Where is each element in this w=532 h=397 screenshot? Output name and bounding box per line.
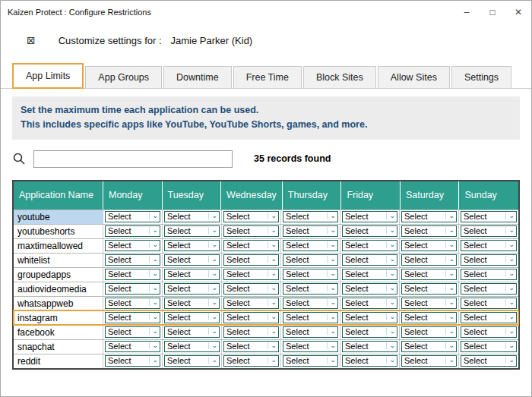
- tab-app-limits[interactable]: App Limits: [12, 63, 84, 89]
- time-select[interactable]: Select⌄: [164, 283, 220, 295]
- time-select[interactable]: Select⌄: [105, 283, 160, 295]
- time-select[interactable]: Select⌄: [105, 312, 160, 323]
- time-select[interactable]: Select⌄: [283, 326, 338, 338]
- time-select[interactable]: Select⌄: [223, 283, 279, 295]
- time-select[interactable]: Select⌄: [105, 355, 160, 367]
- app-name-cell[interactable]: youtube: [14, 210, 103, 224]
- time-select[interactable]: Select⌄: [105, 298, 160, 309]
- time-select[interactable]: Select⌄: [223, 341, 279, 352]
- app-name-cell[interactable]: instagram: [14, 311, 103, 325]
- time-select[interactable]: Select⌄: [461, 283, 517, 295]
- app-name-cell[interactable]: whatsappweb: [14, 297, 103, 310]
- tab-free-time[interactable]: Free Time: [233, 66, 302, 88]
- time-select[interactable]: Select⌄: [223, 225, 279, 237]
- time-select[interactable]: Select⌄: [461, 211, 517, 222]
- time-select[interactable]: Select⌄: [342, 254, 397, 266]
- time-select[interactable]: Select⌄: [283, 341, 338, 352]
- time-select[interactable]: Select⌄: [342, 225, 397, 237]
- time-select[interactable]: Select⌄: [283, 211, 338, 222]
- time-select[interactable]: Select⌄: [401, 225, 457, 237]
- app-name-cell[interactable]: facebook: [14, 326, 103, 339]
- time-select[interactable]: Select⌄: [461, 298, 517, 309]
- time-select[interactable]: Select⌄: [283, 298, 338, 309]
- time-select[interactable]: Select⌄: [164, 240, 220, 251]
- time-select[interactable]: Select⌄: [164, 326, 220, 338]
- time-select[interactable]: Select⌄: [401, 240, 457, 251]
- app-name-cell[interactable]: groupedapps: [14, 268, 103, 282]
- time-select[interactable]: Select⌄: [164, 355, 220, 367]
- time-select[interactable]: Select⌄: [401, 283, 457, 295]
- tab-app-groups[interactable]: App Groups: [85, 66, 162, 88]
- time-select[interactable]: Select⌄: [283, 225, 338, 237]
- time-select[interactable]: Select⌄: [105, 269, 160, 280]
- minimize-button[interactable]: –: [454, 1, 480, 24]
- time-select[interactable]: Select⌄: [342, 211, 397, 222]
- time-select[interactable]: Select⌄: [461, 341, 517, 352]
- time-select[interactable]: Select⌄: [461, 269, 517, 280]
- time-select[interactable]: Select⌄: [401, 312, 457, 323]
- time-select[interactable]: Select⌄: [461, 355, 517, 367]
- tab-block-sites[interactable]: Block Sites: [303, 66, 376, 88]
- time-select[interactable]: Select⌄: [401, 355, 457, 367]
- time-select[interactable]: Select⌄: [283, 240, 338, 251]
- tab-settings[interactable]: Settings: [451, 66, 511, 88]
- time-select[interactable]: Select⌄: [105, 240, 160, 251]
- time-select[interactable]: Select⌄: [164, 341, 220, 352]
- time-select[interactable]: Select⌄: [342, 312, 397, 323]
- time-select[interactable]: Select⌄: [223, 254, 279, 266]
- time-select[interactable]: Select⌄: [461, 312, 517, 323]
- time-select[interactable]: Select⌄: [401, 298, 457, 309]
- time-select[interactable]: Select⌄: [283, 269, 338, 280]
- time-select[interactable]: Select⌄: [342, 341, 397, 352]
- time-select[interactable]: Select⌄: [164, 312, 220, 323]
- time-select[interactable]: Select⌄: [223, 269, 279, 280]
- app-name-cell[interactable]: whitelist: [14, 254, 103, 267]
- app-name-cell[interactable]: reddit: [14, 354, 103, 368]
- time-select[interactable]: Select⌄: [105, 225, 160, 237]
- time-select[interactable]: Select⌄: [401, 341, 457, 352]
- time-select[interactable]: Select⌄: [342, 355, 397, 367]
- time-select[interactable]: Select⌄: [223, 298, 279, 309]
- time-select[interactable]: Select⌄: [283, 312, 338, 323]
- time-select[interactable]: Select⌄: [164, 298, 220, 309]
- time-select[interactable]: Select⌄: [401, 326, 457, 338]
- time-select[interactable]: Select⌄: [461, 240, 517, 251]
- time-select[interactable]: Select⌄: [164, 211, 220, 222]
- time-select[interactable]: Select⌄: [342, 326, 397, 338]
- app-name-cell[interactable]: maxtimeallowed: [14, 239, 103, 253]
- time-select[interactable]: Select⌄: [461, 326, 517, 338]
- time-select[interactable]: Select⌄: [283, 254, 338, 266]
- time-select[interactable]: Select⌄: [105, 341, 160, 352]
- time-select[interactable]: Select⌄: [342, 269, 397, 280]
- time-select[interactable]: Select⌄: [461, 254, 517, 266]
- time-select[interactable]: Select⌄: [223, 312, 279, 323]
- time-select[interactable]: Select⌄: [342, 298, 397, 309]
- search-input[interactable]: [33, 150, 233, 168]
- time-select[interactable]: Select⌄: [105, 254, 160, 266]
- time-select[interactable]: Select⌄: [342, 283, 397, 295]
- time-select[interactable]: Select⌄: [223, 211, 279, 222]
- time-select[interactable]: Select⌄: [164, 269, 220, 280]
- time-select[interactable]: Select⌄: [164, 254, 220, 266]
- time-select[interactable]: Select⌄: [283, 283, 338, 295]
- time-select[interactable]: Select⌄: [401, 269, 457, 280]
- time-select[interactable]: Select⌄: [401, 254, 457, 266]
- time-select[interactable]: Select⌄: [342, 240, 397, 251]
- app-name-cell[interactable]: audiovideomedia: [14, 282, 103, 296]
- time-select[interactable]: Select⌄: [105, 211, 160, 222]
- app-name-cell[interactable]: snapchat: [14, 340, 103, 354]
- maximize-button[interactable]: □: [480, 1, 505, 24]
- tab-allow-sites[interactable]: Allow Sites: [378, 66, 450, 88]
- day-cell: Select⌄: [459, 354, 518, 368]
- time-select[interactable]: Select⌄: [401, 211, 457, 222]
- time-select[interactable]: Select⌄: [105, 326, 160, 338]
- time-select[interactable]: Select⌄: [461, 225, 517, 237]
- time-select[interactable]: Select⌄: [223, 326, 279, 338]
- app-name-cell[interactable]: youtubeshorts: [14, 225, 103, 238]
- time-select[interactable]: Select⌄: [223, 355, 279, 367]
- time-select[interactable]: Select⌄: [164, 225, 220, 237]
- tab-downtime[interactable]: Downtime: [163, 66, 232, 88]
- time-select[interactable]: Select⌄: [223, 240, 279, 251]
- close-button[interactable]: ✕: [505, 1, 531, 24]
- time-select[interactable]: Select⌄: [283, 355, 338, 367]
